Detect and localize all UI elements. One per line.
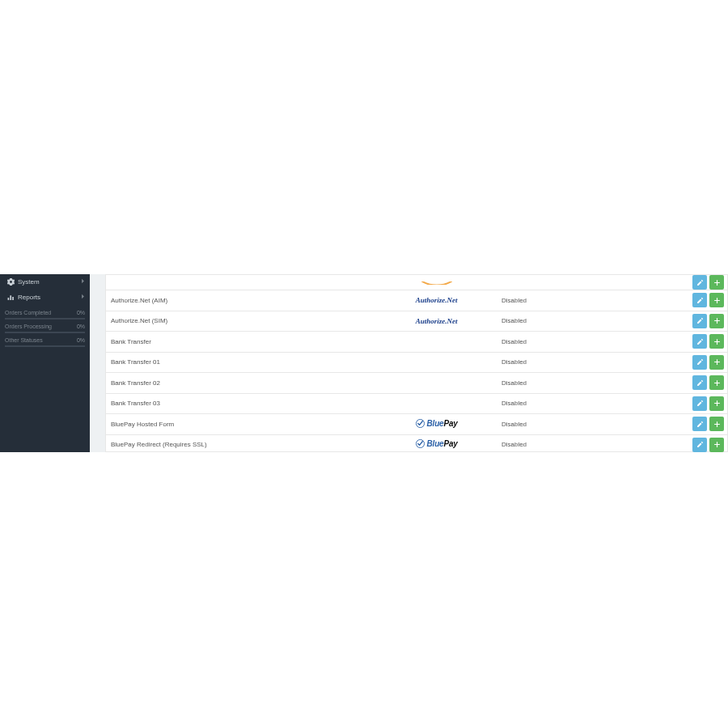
install-button[interactable] xyxy=(709,355,724,370)
install-button[interactable] xyxy=(709,334,724,349)
payment-method-sort-order xyxy=(560,275,639,290)
payment-method-status: Disabled xyxy=(497,393,560,414)
table-row: Bank Transfer 03Disabled xyxy=(106,393,727,414)
payment-method-name: Bank Transfer 03 xyxy=(106,393,376,414)
edit-button[interactable] xyxy=(692,396,707,411)
payment-method-logo-cell xyxy=(376,275,497,290)
stat-value: 0% xyxy=(77,310,85,315)
payment-method-logo-cell xyxy=(376,373,497,394)
chevron-right-icon xyxy=(81,294,85,301)
stat-progress xyxy=(5,318,85,320)
edit-button[interactable] xyxy=(692,275,707,290)
payment-method-actions xyxy=(639,290,727,311)
payment-method-actions xyxy=(639,373,727,394)
sidebar-item-system[interactable]: System xyxy=(0,274,90,290)
bluepay-logo: BluePay xyxy=(416,439,458,448)
edit-button[interactable] xyxy=(692,293,707,307)
gear-icon xyxy=(6,278,15,286)
payment-method-logo-cell: Authorize.Net xyxy=(376,311,497,332)
payment-method-logo-cell xyxy=(376,332,497,353)
sidebar-item-label: Reports xyxy=(18,294,40,301)
payment-method-status xyxy=(497,275,560,290)
payment-method-logo-cell: Authorize.Net xyxy=(376,290,497,311)
payment-method-status: Disabled xyxy=(497,352,560,373)
install-button[interactable] xyxy=(709,314,724,328)
edit-button[interactable] xyxy=(692,417,707,431)
install-button[interactable] xyxy=(709,375,724,390)
main-content: Authorize.Net (AIM)Authorize.NetDisabled… xyxy=(90,274,728,452)
payment-method-sort-order xyxy=(560,373,639,394)
payment-method-name: Bank Transfer 02 xyxy=(106,373,376,394)
stat-row: Orders Completed0% xyxy=(5,307,85,315)
payment-method-actions xyxy=(639,275,727,290)
sidebar-stats: Orders Completed0%Orders Processing0%Oth… xyxy=(0,305,90,349)
payment-method-name: Authorize.Net (SIM) xyxy=(106,311,376,332)
stat-row: Orders Processing0% xyxy=(5,321,85,329)
table-row: BluePay Redirect (Requires SSL)BluePayDi… xyxy=(106,434,727,452)
install-button[interactable] xyxy=(709,275,724,290)
payment-method-status: Disabled xyxy=(497,290,560,311)
payment-method-sort-order xyxy=(560,311,639,332)
payment-method-sort-order xyxy=(560,393,639,414)
payment-method-sort-order xyxy=(560,352,639,373)
sidebar-item-reports[interactable]: Reports xyxy=(0,290,90,305)
payment-method-actions xyxy=(639,332,727,353)
payment-method-sort-order xyxy=(560,434,639,452)
payment-method-sort-order xyxy=(560,332,639,353)
check-circle-icon xyxy=(416,439,425,448)
edit-button[interactable] xyxy=(692,334,707,349)
stat-label: Orders Completed xyxy=(5,310,51,315)
table-row: Authorize.Net (AIM)Authorize.NetDisabled xyxy=(106,290,727,311)
stat-value: 0% xyxy=(77,337,85,343)
payment-method-sort-order xyxy=(560,414,639,435)
payment-method-actions xyxy=(639,352,727,373)
install-button[interactable] xyxy=(709,396,724,411)
stat-progress xyxy=(5,332,85,333)
edit-button[interactable] xyxy=(692,375,707,390)
payment-method-status: Disabled xyxy=(497,332,560,353)
sidebar: SystemReports Orders Completed0%Orders P… xyxy=(0,274,90,452)
edit-button[interactable] xyxy=(692,438,707,452)
stat-progress xyxy=(5,345,85,347)
payment-method-name: BluePay Redirect (Requires SSL) xyxy=(106,434,376,452)
install-button[interactable] xyxy=(709,438,724,452)
table-row: Bank TransferDisabled xyxy=(106,332,727,353)
payment-method-name: Authorize.Net (AIM) xyxy=(106,290,376,311)
edit-button[interactable] xyxy=(692,355,707,370)
payment-method-sort-order xyxy=(560,290,639,311)
payment-method-name: BluePay Hosted Form xyxy=(106,414,376,435)
table-row: Bank Transfer 02Disabled xyxy=(106,373,727,394)
payment-method-logo-cell xyxy=(376,393,497,414)
stat-label: Orders Processing xyxy=(5,324,52,329)
table-row xyxy=(106,275,727,290)
bluepay-logo: BluePay xyxy=(416,419,458,428)
admin-app: SystemReports Orders Completed0%Orders P… xyxy=(0,274,728,452)
payment-method-status: Disabled xyxy=(497,311,560,332)
stat-label: Other Statuses xyxy=(5,337,43,343)
check-circle-icon xyxy=(416,419,425,428)
payment-method-name: Bank Transfer 01 xyxy=(106,352,376,373)
payment-method-status: Disabled xyxy=(497,434,560,452)
payments-panel: Authorize.Net (AIM)Authorize.NetDisabled… xyxy=(105,274,728,452)
table-row: BluePay Hosted FormBluePayDisabled xyxy=(106,414,727,435)
payment-method-logo-cell: BluePay xyxy=(376,414,497,435)
payment-method-logo-cell xyxy=(376,352,497,373)
payment-method-status: Disabled xyxy=(497,414,560,435)
payment-method-logo-cell: BluePay xyxy=(376,434,497,452)
chevron-right-icon xyxy=(81,278,85,286)
payment-method-actions xyxy=(639,414,727,435)
sidebar-item-label: System xyxy=(18,278,40,286)
payment-method-actions xyxy=(639,393,727,414)
payment-method-actions xyxy=(639,434,727,452)
table-row: Authorize.Net (SIM)Authorize.NetDisabled xyxy=(106,311,727,332)
payment-method-name xyxy=(106,275,376,290)
payment-method-actions xyxy=(639,311,727,332)
authorizenet-logo: Authorize.Net xyxy=(416,296,458,304)
edit-button[interactable] xyxy=(692,314,707,328)
install-button[interactable] xyxy=(709,293,724,307)
amazon-logo-partial xyxy=(421,281,453,285)
install-button[interactable] xyxy=(709,417,724,431)
authorizenet-logo: Authorize.Net xyxy=(416,317,458,325)
barchart-icon xyxy=(6,294,15,301)
stat-value: 0% xyxy=(77,324,85,329)
